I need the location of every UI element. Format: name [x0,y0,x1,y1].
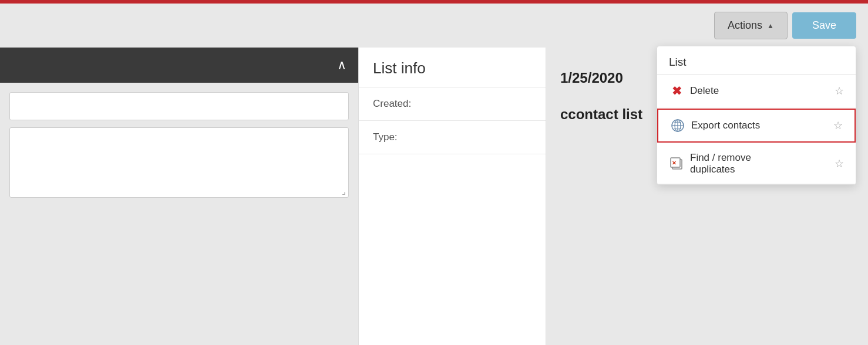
duplicates-star-icon[interactable]: ☆ [835,157,844,170]
list-info-title: List info [359,48,546,87]
export-star-icon[interactable]: ☆ [833,119,843,132]
dropdown-item-duplicates[interactable]: ✕ Find / removeduplicates ☆ [657,144,856,184]
main-area: Actions ▲ Save ∧ List info Created: Type… [0,4,868,345]
left-panel-body [0,83,358,207]
left-panel-header: ∧ [0,48,358,83]
actions-arrow-icon: ▲ [767,22,774,30]
save-button[interactable]: Save [792,12,856,39]
chevron-up-icon[interactable]: ∧ [337,58,346,73]
type-value-prefix: c [560,106,568,122]
delete-star-icon[interactable]: ☆ [835,84,844,97]
duplicates-label: Find / removeduplicates [690,152,829,175]
dropdown-section-label: List [657,46,856,75]
created-label: Created: [373,98,426,110]
dropdown-item-delete[interactable]: ✖ Delete ☆ [657,75,856,107]
actions-label: Actions [728,19,762,32]
actions-button[interactable]: Actions ▲ [714,12,788,39]
middle-panel: List info Created: Type: [358,48,546,345]
delete-label: Delete [690,85,829,97]
export-contacts-icon [670,118,685,133]
type-label: Type: [373,131,426,143]
name-input[interactable] [9,92,349,120]
type-value: ccontact list [560,106,642,122]
created-row: Created: [359,87,546,121]
actions-dropdown: List ✖ Delete ☆ Export con [657,46,856,185]
dropdown-item-export[interactable]: Export contacts ☆ [657,109,856,143]
delete-icon: ✖ [669,83,684,99]
svg-text:✕: ✕ [672,160,677,166]
created-value: 1/25/2020 [560,70,623,86]
export-label: Export contacts [691,120,827,131]
left-panel: ∧ [0,48,358,345]
toolbar: Actions ▲ Save [0,4,868,48]
description-textarea[interactable] [9,127,349,198]
find-duplicates-icon: ✕ [669,156,684,171]
type-row: Type: [359,121,546,154]
